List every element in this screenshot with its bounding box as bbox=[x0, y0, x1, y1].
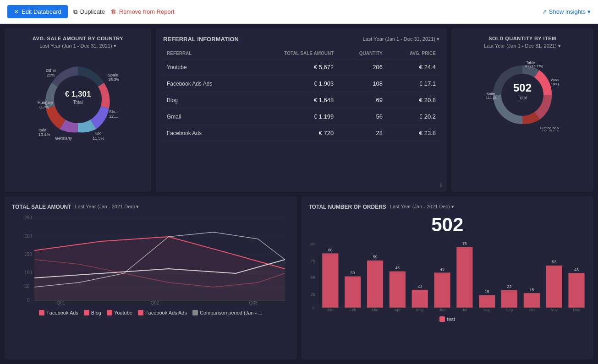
duplicate-icon: ⧉ bbox=[73, 8, 77, 16]
sold-quantity-period[interactable]: Last Year (Jan 1 - Dec 31, 2021) bbox=[459, 43, 586, 49]
svg-text:Total: Total bbox=[517, 95, 527, 100]
edit-databoard-button[interactable]: ✕ Edit Databoard bbox=[7, 5, 68, 18]
svg-text:15.3%: 15.3% bbox=[108, 77, 119, 82]
referral-header: REFERRAL INFORMATION Last Year (Jan 1 - … bbox=[163, 36, 439, 43]
referral-avg: € 20.8 bbox=[386, 92, 439, 109]
legend-blog[interactable]: Blog bbox=[84, 310, 101, 315]
svg-text:75: 75 bbox=[310, 258, 315, 263]
referral-period[interactable]: Last Year (Jan 1 - Dec 31, 2021) bbox=[363, 36, 439, 42]
referral-avg: € 17.1 bbox=[386, 76, 439, 92]
sold-quantity-donut: 502 Total Table 81 (16.1%) Woode... 189 … bbox=[486, 58, 559, 131]
svg-text:8.7%: 8.7% bbox=[39, 105, 49, 109]
svg-point-17 bbox=[501, 74, 543, 116]
svg-text:39: 39 bbox=[350, 271, 355, 275]
table-row: Facebook Ads € 720 28 € 23.8 bbox=[163, 125, 439, 141]
svg-text:Q03: Q03 bbox=[249, 300, 258, 305]
legend-facebook-ads-ads[interactable]: Facebook Ads Ads bbox=[138, 310, 187, 315]
show-insights-button[interactable]: ↗ Show insights ▾ bbox=[542, 8, 591, 15]
svg-text:23: 23 bbox=[417, 284, 422, 288]
avg-sale-period[interactable]: Last Year (Jan 1 - Dec 31, 2021) bbox=[12, 43, 144, 49]
legend-label-fbadsads: Facebook Ads Ads bbox=[145, 310, 187, 315]
legend-comparison[interactable]: Comparison period (Jan - ... bbox=[192, 310, 262, 315]
svg-text:Aug: Aug bbox=[483, 308, 490, 312]
svg-rect-53 bbox=[345, 276, 361, 308]
orders-legend: test bbox=[309, 316, 587, 322]
referral-name: Facebook Ads bbox=[163, 125, 247, 141]
svg-rect-68 bbox=[456, 247, 472, 308]
total-sale-title: TOTAL SALE AMOUNT bbox=[12, 204, 71, 210]
svg-text:121 (24.1%): 121 (24.1%) bbox=[542, 130, 559, 131]
sold-quantity-chart: 502 Total Table 81 (16.1%) Woode... 189 … bbox=[459, 54, 586, 136]
duplicate-button[interactable]: ⧉ Duplicate bbox=[73, 8, 105, 16]
svg-text:12....: 12.... bbox=[109, 114, 118, 119]
referral-title: REFERRAL INFORMATION bbox=[163, 36, 239, 43]
svg-text:502: 502 bbox=[513, 81, 532, 94]
sold-quantity-card: SOLD QUANTITY BY ITEM Last Year (Jan 1 -… bbox=[451, 28, 593, 192]
svg-rect-77 bbox=[523, 293, 539, 308]
svg-text:Nov: Nov bbox=[550, 308, 558, 312]
referral-name: Facebook Ads Ads bbox=[163, 76, 247, 92]
svg-text:May: May bbox=[416, 308, 423, 312]
col-avg: AVG. PRICE bbox=[386, 48, 439, 59]
referral-qty: 108 bbox=[337, 76, 386, 92]
legend-facebook-ads[interactable]: Facebook Ads bbox=[39, 310, 78, 315]
svg-text:Dec: Dec bbox=[573, 308, 580, 312]
svg-rect-74 bbox=[501, 290, 517, 307]
svg-text:Q01: Q01 bbox=[57, 300, 66, 305]
svg-text:50: 50 bbox=[310, 275, 315, 280]
remove-button[interactable]: 🗑 Remove from Report bbox=[110, 8, 175, 15]
chevron-down-icon: ▾ bbox=[587, 8, 591, 15]
bottom-row: TOTAL SALE AMOUNT Last Year (Jan - 2021 … bbox=[5, 196, 593, 360]
legend-dot-test bbox=[439, 316, 445, 322]
svg-text:Apr: Apr bbox=[394, 308, 400, 312]
svg-text:Italy: Italy bbox=[38, 128, 46, 132]
svg-text:18: 18 bbox=[529, 287, 534, 292]
svg-text:250: 250 bbox=[24, 215, 32, 220]
svg-text:15: 15 bbox=[484, 289, 489, 294]
svg-text:50: 50 bbox=[24, 283, 29, 288]
svg-text:25: 25 bbox=[310, 292, 315, 296]
legend-youtube[interactable]: Youtube bbox=[107, 310, 132, 315]
referral-header-row: Referral TOTAL SALE AMOUNT QUANTITY AVG.… bbox=[163, 48, 439, 59]
legend-dot-blog bbox=[84, 310, 89, 315]
legend-test[interactable]: test bbox=[439, 316, 455, 322]
referral-total: € 1,648 bbox=[247, 92, 337, 109]
svg-text:Jun: Jun bbox=[439, 308, 445, 312]
total-sale-period[interactable]: Last Year (Jan - 2021 Dec) bbox=[75, 204, 139, 210]
svg-text:100: 100 bbox=[24, 270, 32, 275]
total-sale-legend: Facebook Ads Blog Youtube Facebook Ads A… bbox=[12, 310, 290, 315]
col-referral: Referral bbox=[163, 48, 247, 59]
svg-text:Total: Total bbox=[73, 100, 82, 105]
referral-table: Referral TOTAL SALE AMOUNT QUANTITY AVG.… bbox=[163, 48, 439, 141]
svg-text:Germany: Germany bbox=[55, 136, 72, 141]
insights-icon: ↗ bbox=[542, 8, 547, 15]
svg-rect-62 bbox=[411, 289, 428, 307]
svg-text:75: 75 bbox=[462, 241, 466, 246]
svg-text:59: 59 bbox=[373, 255, 377, 259]
legend-label-facebook: Facebook Ads bbox=[46, 310, 78, 315]
svg-text:22%: 22% bbox=[47, 73, 55, 77]
svg-text:Woode...: Woode... bbox=[551, 78, 559, 82]
svg-text:200: 200 bbox=[24, 233, 32, 238]
svg-text:150: 150 bbox=[24, 251, 32, 256]
svg-text:Mar: Mar bbox=[371, 308, 378, 312]
referral-name: Youtube bbox=[163, 59, 247, 76]
total-orders-title: TOTAL NUMBER OF ORDERS bbox=[309, 204, 386, 210]
svg-text:Hungary: Hungary bbox=[38, 100, 54, 105]
legend-label-youtube: Youtube bbox=[114, 310, 132, 315]
dashboard: AVG. SALE AMOUNT BY COUNTRY Last Year (J… bbox=[0, 24, 598, 364]
info-icon: ℹ bbox=[440, 182, 442, 188]
total-orders-period[interactable]: Last Year (Jan - 2021 Dec) bbox=[390, 204, 454, 210]
col-total: TOTAL SALE AMOUNT bbox=[247, 48, 337, 59]
remove-label: Remove from Report bbox=[119, 8, 175, 15]
svg-rect-83 bbox=[568, 273, 584, 308]
svg-text:Knife: Knife bbox=[487, 92, 495, 96]
svg-text:100: 100 bbox=[309, 242, 316, 246]
referral-avg: € 23.8 bbox=[386, 125, 439, 141]
referral-total: € 1,199 bbox=[247, 109, 337, 125]
svg-text:0: 0 bbox=[312, 306, 314, 310]
svg-text:11.5%: 11.5% bbox=[93, 136, 104, 141]
svg-rect-50 bbox=[322, 253, 338, 308]
referral-card: REFERRAL INFORMATION Last Year (Jan 1 - … bbox=[156, 28, 447, 192]
table-row: Blog € 1,648 69 € 20.8 bbox=[163, 92, 439, 109]
